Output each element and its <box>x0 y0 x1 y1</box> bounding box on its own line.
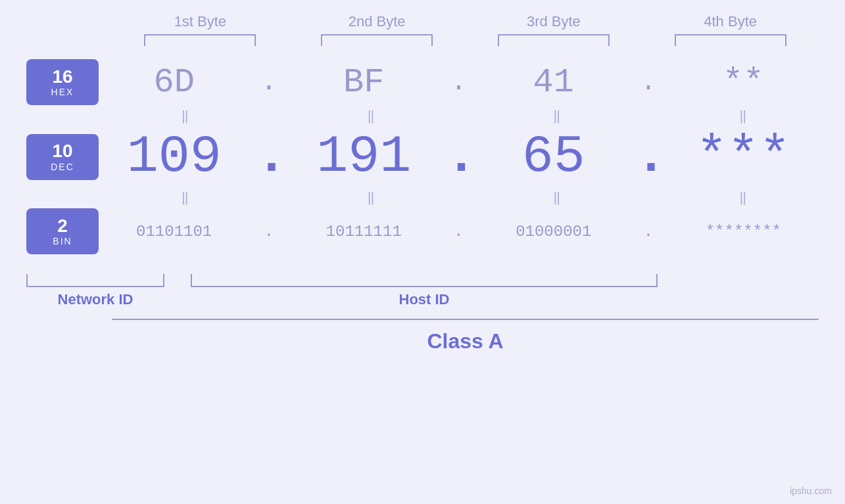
dec-badge-name: DEC <box>51 162 74 172</box>
eq-sep-3 <box>638 108 664 124</box>
hex-badge-num: 16 <box>52 67 72 87</box>
byte-labels-row: 1st Byte 2nd Byte 3rd Byte 4th Byte <box>26 13 819 30</box>
bin-sep-3: . <box>635 223 662 241</box>
dec-values: 109 . 191 . 65 . *** <box>99 127 819 187</box>
eq-1: ‖ <box>117 108 255 124</box>
eq-5: ‖ <box>117 189 255 206</box>
hex-values: 6D . BF . 41 . ** <box>99 63 819 102</box>
class-a-label: Class A <box>427 329 503 354</box>
main-container: 1st Byte 2nd Byte 3rd Byte 4th Byte 16 H… <box>0 0 845 504</box>
dec-sep-2: . <box>445 127 471 187</box>
byte-label-1: 1st Byte <box>131 13 269 30</box>
top-bracket-2 <box>308 34 446 46</box>
bin-badge: 2 BIN <box>26 208 99 254</box>
dec-badge: 10 DEC <box>26 134 99 180</box>
class-label-row: Class A <box>112 329 819 354</box>
dec-val-1: 109 <box>105 127 243 187</box>
hex-sep-3: . <box>635 68 662 97</box>
eq-3: ‖ <box>489 108 627 124</box>
hex-val-3: 41 <box>485 63 623 102</box>
top-bracket-4 <box>662 34 800 46</box>
bin-row: 2 BIN 01101101 . 10111111 . 01000001 . *… <box>26 208 819 254</box>
class-section: Class A <box>26 319 819 354</box>
eq-sep-4 <box>266 189 293 206</box>
bin-values: 01101101 . 10111111 . 01000001 . *******… <box>99 223 819 241</box>
bin-badge-num: 2 <box>57 216 68 237</box>
top-brackets-row <box>26 34 819 46</box>
hex-row: 16 HEX 6D . BF . 41 . ** <box>26 59 819 105</box>
hex-val-1: 6D <box>105 63 243 102</box>
host-id-label: Host ID <box>191 291 658 308</box>
hex-badge-name: HEX <box>51 87 74 97</box>
eq-sep-1 <box>266 108 293 124</box>
dec-badge-num: 10 <box>52 141 72 162</box>
bin-val-1: 01101101 <box>105 223 243 241</box>
eq-2: ‖ <box>303 108 441 124</box>
hex-sep-2: . <box>445 68 471 97</box>
bin-sep-2: . <box>445 223 471 241</box>
bin-val-3: 01000001 <box>485 223 623 241</box>
top-bracket-3 <box>485 34 623 46</box>
bottom-labels-area: Network ID Host ID <box>26 260 819 312</box>
footer: ipshu.com <box>790 486 832 496</box>
bin-sep-1: . <box>256 223 282 241</box>
eq-8: ‖ <box>675 189 813 206</box>
top-bracket-1 <box>131 34 269 46</box>
hex-sep-1: . <box>256 68 282 97</box>
byte-label-2: 2nd Byte <box>308 13 446 30</box>
eq-4: ‖ <box>675 108 813 124</box>
bin-val-4: ******** <box>674 223 812 241</box>
hex-badge: 16 HEX <box>26 59 99 105</box>
class-bracket-line <box>112 319 819 320</box>
eq-sep-5 <box>452 189 478 206</box>
eq-sep-2 <box>452 108 478 124</box>
network-bracket <box>26 274 164 287</box>
hex-val-4: ** <box>674 63 812 102</box>
bin-badge-name: BIN <box>53 236 72 246</box>
byte-label-3: 3rd Byte <box>485 13 623 30</box>
dec-sep-1: . <box>256 127 282 187</box>
dec-val-2: 191 <box>295 127 433 187</box>
dec-row: 10 DEC 109 . 191 . 65 . *** <box>26 127 819 187</box>
eq-7: ‖ <box>489 189 627 206</box>
bin-val-2: 10111111 <box>295 223 433 241</box>
eq-6: ‖ <box>303 189 441 206</box>
hex-val-2: BF <box>295 63 433 102</box>
dec-val-3: 65 <box>485 127 623 187</box>
dec-sep-3: . <box>635 127 662 187</box>
eq-row-1: ‖ ‖ ‖ ‖ <box>26 108 819 124</box>
eq-sep-6 <box>638 189 664 206</box>
eq-row-2: ‖ ‖ ‖ ‖ <box>26 189 819 206</box>
byte-label-4: 4th Byte <box>662 13 800 30</box>
network-id-label: Network ID <box>26 291 164 308</box>
host-bracket <box>191 274 658 287</box>
dec-val-4: *** <box>674 127 812 187</box>
